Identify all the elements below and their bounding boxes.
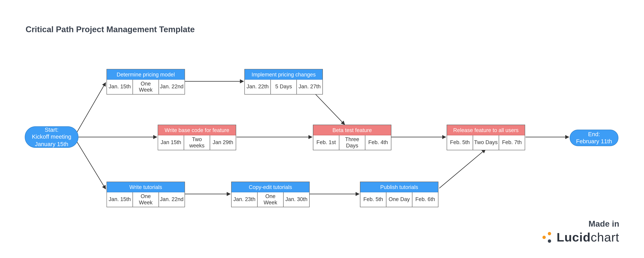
task-end: Jan 29th	[210, 135, 236, 150]
start-line1: Start:	[45, 126, 58, 133]
task-start: Feb. 5th	[447, 135, 473, 150]
task-start: Jan. 22th	[245, 80, 270, 94]
task-write-base-code: Write base code for feature Jan 15th Two…	[158, 125, 236, 150]
brand-row: Lucidchart	[543, 230, 619, 244]
start-node: Start: Kickoff meeting January 15th	[25, 126, 78, 148]
diagram-canvas: Critical Path Project Management Templat…	[0, 0, 644, 258]
task-duration: Two weeks	[184, 135, 210, 150]
task-duration: One Week	[132, 192, 159, 207]
task-copy-edit-tutorials: Copy-edit tutorials Jan. 23th One Week J…	[231, 182, 310, 207]
task-duration: Two Days	[473, 135, 499, 150]
task-label: Publish tutorials	[380, 184, 418, 190]
task-label: Beta test feature	[332, 127, 372, 133]
task-label: Copy-edit tutorials	[249, 184, 292, 190]
task-beta-test: Beta test feature Feb. 1st Three Days Fe…	[313, 125, 391, 150]
task-end: Jan. 27th	[296, 80, 322, 94]
task-determine-pricing-model: Determine pricing model Jan. 15th One We…	[106, 69, 185, 94]
brand-bold: Lucid	[557, 230, 591, 244]
lucidchart-logo-icon	[543, 232, 553, 243]
task-end: Jan. 30th	[283, 192, 309, 207]
end-line2: February 11th	[576, 138, 612, 144]
task-end: Feb. 7th	[499, 135, 525, 150]
task-write-tutorials: Write tutorials Jan. 15th One Week Jan. …	[106, 182, 185, 207]
task-end: Jan. 22nd	[158, 192, 184, 207]
svg-line-10	[439, 150, 486, 188]
task-duration: One Week	[257, 192, 283, 207]
svg-line-4	[315, 94, 345, 125]
task-start: Jan. 15th	[107, 80, 132, 94]
task-duration: Three Days	[339, 135, 365, 150]
brand-light: chart	[591, 230, 619, 244]
start-line2: Kickoff meeting	[32, 133, 71, 140]
task-start: Jan. 15th	[107, 192, 132, 207]
task-start: Jan 15th	[158, 135, 184, 150]
task-start: Feb. 5th	[360, 192, 386, 207]
end-line1: End:	[588, 130, 600, 137]
task-label: Release feature to all users	[453, 127, 518, 133]
start-line3: January 15th	[35, 141, 68, 147]
svg-line-0	[77, 82, 106, 132]
task-start: Jan. 23th	[232, 192, 257, 207]
task-label: Determine pricing model	[117, 71, 175, 78]
page-title: Critical Path Project Management Templat…	[26, 25, 195, 34]
task-duration: One Week	[132, 80, 159, 94]
task-start: Feb. 1st	[313, 135, 339, 150]
task-implement-pricing-changes: Implement pricing changes Jan. 22th 5 Da…	[244, 69, 323, 94]
task-duration: One Day	[386, 192, 412, 207]
made-in-label: Made in	[543, 219, 619, 229]
task-label: Write base code for feature	[164, 127, 229, 133]
lucidchart-watermark: Made in Lucidchart	[543, 219, 619, 244]
svg-line-2	[77, 142, 106, 189]
task-duration: 5 Days	[270, 80, 296, 94]
task-end: Feb. 4th	[365, 135, 391, 150]
task-release-feature: Release feature to all users Feb. 5th Tw…	[447, 125, 525, 150]
task-end: Feb. 6th	[412, 192, 438, 207]
end-node: End: February 11th	[570, 130, 618, 146]
task-end: Jan. 22nd	[158, 80, 184, 94]
task-publish-tutorials: Publish tutorials Feb. 5th One Day Feb. …	[360, 182, 438, 207]
brand-text: Lucidchart	[557, 230, 619, 244]
task-label: Write tutorials	[130, 184, 162, 190]
task-label: Implement pricing changes	[252, 71, 316, 78]
